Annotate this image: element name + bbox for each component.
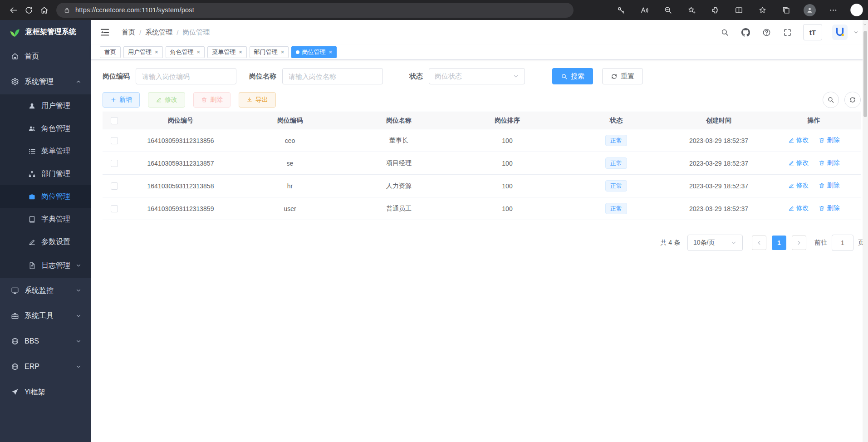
sidebar-item-system-monitor[interactable]: 系统监控 (0, 278, 91, 303)
search-button[interactable]: 搜索 (552, 68, 593, 84)
cell-post-code: hr (235, 175, 345, 197)
refresh-button[interactable] (21, 2, 36, 18)
collections-button[interactable] (778, 2, 794, 18)
help-button[interactable] (761, 27, 772, 38)
user-menu-caret-icon[interactable] (853, 29, 859, 35)
sidebar-item-erp[interactable]: ERP (0, 354, 91, 379)
gear-icon (11, 78, 19, 86)
sidebar-item-yi-framework[interactable]: Yi框架 (0, 379, 91, 405)
row-delete-link[interactable]: 删除 (819, 182, 839, 190)
row-edit-link[interactable]: 修改 (788, 159, 809, 167)
site-security-lock-icon[interactable] (64, 7, 70, 14)
breadcrumb-item-home[interactable]: 首页 (122, 28, 135, 37)
app-logo[interactable]: 意框架管理系统 (0, 20, 91, 44)
sidebar-item-dict-management[interactable]: 字典管理 (0, 208, 91, 231)
cell-post-code: user (235, 197, 345, 220)
add-favorite-button[interactable] (684, 2, 699, 18)
browser-home-button[interactable] (36, 2, 52, 18)
sidebar-item-system-tools[interactable]: 系统工具 (0, 303, 91, 329)
extensions-button[interactable] (707, 2, 723, 18)
close-icon[interactable]: × (281, 49, 284, 55)
sidebar-item-menu-management[interactable]: 菜单管理 (0, 140, 91, 162)
next-page-button[interactable] (792, 236, 806, 250)
book-icon (28, 216, 36, 223)
header-search-button[interactable] (720, 27, 731, 38)
chevron-down-icon (75, 363, 82, 370)
row-checkbox[interactable] (111, 205, 118, 212)
tab-post-management[interactable]: 岗位管理× (291, 46, 337, 58)
read-aloud-button[interactable] (637, 2, 652, 18)
edit-button[interactable]: 修改 (148, 92, 185, 108)
search-icon (721, 28, 729, 37)
tab-user-management[interactable]: 用户管理× (123, 46, 163, 58)
row-edit-link[interactable]: 修改 (788, 204, 809, 212)
tab-dept-management[interactable]: 部门管理× (250, 46, 289, 58)
back-button[interactable] (5, 2, 21, 18)
post-name-label: 岗位名称 (249, 72, 276, 81)
row-edit-link[interactable]: 修改 (788, 136, 809, 144)
sidebar-item-post-management[interactable]: 岗位管理 (0, 185, 91, 208)
status-badge: 正常 (605, 203, 627, 214)
row-edit-link[interactable]: 修改 (788, 182, 809, 190)
sidebar-item-param-settings[interactable]: 参数设置 (0, 231, 91, 253)
page-number-button[interactable]: 1 (772, 236, 786, 250)
reset-button[interactable]: 重置 (602, 68, 643, 84)
password-key-button[interactable] (613, 2, 628, 18)
breadcrumb-item-system[interactable]: 系统管理 (145, 28, 172, 37)
add-button[interactable]: 新增 (103, 92, 140, 108)
select-all-checkbox[interactable] (111, 117, 118, 124)
post-code-input[interactable] (136, 68, 236, 84)
tab-menu-management[interactable]: 菜单管理× (207, 46, 247, 58)
row-delete-link[interactable]: 删除 (819, 159, 839, 167)
prev-page-button[interactable] (752, 236, 766, 250)
browser-menu-button[interactable] (825, 2, 841, 18)
column-header: 岗位名称 (345, 112, 453, 129)
table-toolbar: 新增 修改 删除 导出 (103, 92, 861, 108)
close-icon[interactable]: × (329, 49, 332, 55)
sidebar-item-log-management[interactable]: 日志管理 (0, 253, 91, 278)
scrollbar-arrow-icon[interactable] (863, 22, 867, 27)
scrollbar-thumb[interactable] (863, 31, 867, 117)
user-avatar[interactable] (832, 25, 848, 40)
sidebar-toggle-button[interactable] (100, 26, 112, 38)
export-button[interactable]: 导出 (239, 92, 276, 108)
tab-role-management[interactable]: 角色管理× (166, 46, 205, 58)
cell-post-name: 董事长 (345, 129, 453, 152)
fullscreen-button[interactable] (782, 27, 793, 38)
row-delete-link[interactable]: 删除 (819, 136, 839, 144)
sidebar-item-dept-management[interactable]: 部门管理 (0, 162, 91, 185)
row-checkbox[interactable] (111, 160, 118, 167)
refresh-table-button[interactable] (844, 92, 861, 108)
goto-page-input[interactable] (832, 235, 853, 251)
row-delete-link[interactable]: 删除 (819, 204, 839, 212)
zoom-button[interactable] (660, 2, 676, 18)
sidebar-item-system-management[interactable]: 系统管理 (0, 69, 91, 94)
sidebar-item-role-management[interactable]: 角色管理 (0, 117, 91, 140)
close-icon[interactable]: × (239, 49, 242, 55)
chevron-down-icon (75, 262, 82, 269)
sidebar-item-home[interactable]: 首页 (0, 44, 91, 69)
copilot-button[interactable] (849, 2, 864, 18)
delete-button[interactable]: 删除 (193, 92, 230, 108)
favorites-button[interactable] (755, 2, 770, 18)
post-name-input[interactable] (282, 68, 383, 84)
cell-post-code: se (235, 152, 345, 175)
key-icon (617, 6, 625, 15)
row-checkbox[interactable] (111, 182, 118, 190)
tab-home[interactable]: 首页 (100, 46, 121, 58)
scrollbar[interactable] (863, 20, 868, 442)
status-select[interactable]: 岗位状态 (429, 68, 525, 84)
split-screen-button[interactable] (731, 2, 746, 18)
page-size-select[interactable]: 10条/页 (687, 235, 743, 251)
sidebar-item-bbs[interactable]: BBS (0, 329, 91, 354)
font-size-button[interactable]: tT (803, 24, 822, 40)
close-icon[interactable]: × (155, 49, 158, 55)
github-button[interactable] (740, 27, 751, 38)
sidebar-item-user-management[interactable]: 用户管理 (0, 94, 91, 117)
close-icon[interactable]: × (197, 49, 201, 55)
address-bar[interactable]: https://ccnetcore.com:1101/system/post (56, 3, 574, 18)
row-checkbox[interactable] (111, 137, 118, 144)
globe-icon (11, 363, 19, 371)
profile-button[interactable] (802, 2, 817, 18)
toggle-search-button[interactable] (823, 92, 839, 108)
